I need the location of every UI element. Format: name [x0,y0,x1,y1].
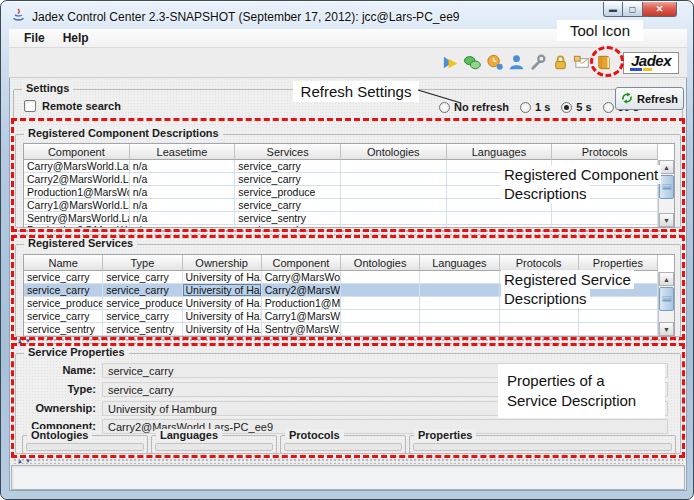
table-cell[interactable]: service_carry [24,310,103,323]
table-cell[interactable] [552,212,658,225]
user-icon[interactable] [506,52,527,74]
table-cell[interactable]: service_sentry [103,323,182,336]
table-cell[interactable] [341,212,447,225]
column-header[interactable]: Protocols [552,144,658,160]
table-cell[interactable]: service_carry [24,271,103,284]
table-cell[interactable] [420,297,499,310]
table-cell[interactable]: Production2@MarsWo... [24,225,130,228]
table-row[interactable]: Sentry@MarsWorld.La...n/aservice_sentry [24,212,658,225]
column-header[interactable]: Leasetime [130,144,236,160]
column-header[interactable]: Component [24,144,130,160]
message-icon[interactable] [572,52,593,74]
table-cell[interactable]: Carry@MarsWorld.Lar... [24,160,130,173]
table-cell[interactable]: service_produce [235,225,341,228]
splitter-expand-icon[interactable]: ▼ [25,458,31,464]
column-header[interactable]: Protocols [500,255,579,271]
table-cell[interactable] [420,271,499,284]
scroll-down-icon[interactable]: ▼ [659,322,674,336]
menu-help[interactable]: Help [56,30,96,46]
table-cell[interactable]: n/a [130,225,236,228]
table-cell[interactable]: n/a [130,199,236,212]
table-cell[interactable]: University of Ha... [183,310,262,323]
table-cell[interactable] [420,284,499,297]
column-header[interactable]: Component [262,255,341,271]
scheduler-icon[interactable] [484,52,505,74]
column-header[interactable]: Type [103,255,182,271]
table-cell[interactable] [420,323,499,336]
table-cell[interactable] [341,186,447,199]
table-cell[interactable]: service_produce [235,186,341,199]
table-cell[interactable]: Production1@MarsWo... [24,186,130,199]
table-row[interactable]: service_carryservice_carryUniversity of … [24,310,658,323]
table-cell[interactable] [579,336,658,337]
table-cell[interactable] [420,310,499,323]
table-cell[interactable] [500,310,579,323]
column-header[interactable]: Languages [420,255,499,271]
column-header[interactable]: Languages [447,144,553,160]
services-scrollbar[interactable]: ▲ ▼ [658,272,674,336]
refresh-button[interactable]: Refresh [615,87,684,110]
column-header[interactable]: Name [24,255,103,271]
wrench-icon[interactable] [528,52,549,74]
table-cell[interactable] [420,336,499,337]
splitter-collapse-icon[interactable]: ▲ [17,458,23,464]
radio-icon[interactable] [520,102,531,113]
security-lock-icon[interactable] [550,52,571,74]
table-cell[interactable]: University of Ha... [183,284,262,297]
table-cell[interactable]: service_sentry [24,323,103,336]
table-row[interactable]: service_produceservice_produceUniversity… [24,336,658,337]
splitter-2[interactable]: ▲ ▼ [13,338,683,344]
table-cell[interactable]: Carry1@MarsWorld.La... [24,199,130,212]
radio-icon[interactable] [561,102,572,113]
df-browser-book-icon[interactable] [594,52,615,74]
table-cell[interactable]: n/a [130,186,236,199]
table-cell[interactable]: service_carry [235,199,341,212]
table-cell[interactable] [447,225,553,228]
table-cell[interactable] [552,225,658,228]
table-cell[interactable]: Carry1@MarsW... [262,310,341,323]
radio-icon[interactable] [603,102,614,113]
table-cell[interactable] [500,323,579,336]
starter-icon[interactable] [440,52,461,74]
table-cell[interactable] [579,323,658,336]
table-cell[interactable] [341,336,420,337]
table-cell[interactable] [341,225,447,228]
table-cell[interactable] [341,173,447,186]
column-header[interactable]: Services [235,144,341,160]
table-cell[interactable] [341,323,420,336]
table-cell[interactable]: service_produce [24,336,103,337]
table-cell[interactable] [341,271,420,284]
conversation-icon[interactable] [462,52,483,74]
table-cell[interactable]: service_carry [24,284,103,297]
table-cell[interactable]: University of Ha... [183,336,262,337]
table-cell[interactable] [341,160,447,173]
table-cell[interactable]: service_carry [103,271,182,284]
column-header[interactable]: Ontologies [341,144,447,160]
refresh-radio-1-s[interactable]: 1 s [520,101,550,113]
column-header[interactable]: Ontologies [341,255,420,271]
table-cell[interactable]: Production1@M... [262,297,341,310]
scroll-up-icon[interactable]: ▲ [659,272,674,286]
table-row[interactable]: service_sentryservice_sentryUniversity o… [24,323,658,336]
table-cell[interactable]: n/a [130,160,236,173]
table-cell[interactable]: University of Ha... [183,297,262,310]
table-cell[interactable]: service_produce [24,297,103,310]
minimize-button[interactable]: ▬ [603,2,623,17]
table-cell[interactable] [341,310,420,323]
splitter-expand-icon[interactable]: ▼ [25,338,31,344]
table-cell[interactable]: n/a [130,212,236,225]
table-cell[interactable]: Production2@M... [262,336,341,337]
table-row[interactable]: Production2@MarsWo...n/aservice_produce [24,225,658,228]
table-cell[interactable]: University of Ha... [183,271,262,284]
splitter-1[interactable] [13,229,683,235]
refresh-radio-5-s[interactable]: 5 s [561,101,591,113]
checkbox-box[interactable] [24,100,36,112]
table-cell[interactable]: Carry2@MarsW... [262,284,341,297]
close-button[interactable]: ✕ [643,2,677,17]
table-cell[interactable]: Sentry@MarsWorld.La... [24,212,130,225]
table-cell[interactable]: service_produce [103,336,182,337]
table-cell[interactable]: service_sentry [235,212,341,225]
table-cell[interactable] [341,297,420,310]
table-cell[interactable]: University of Ha... [183,323,262,336]
jadex-logo[interactable]: Jadex [623,52,679,74]
